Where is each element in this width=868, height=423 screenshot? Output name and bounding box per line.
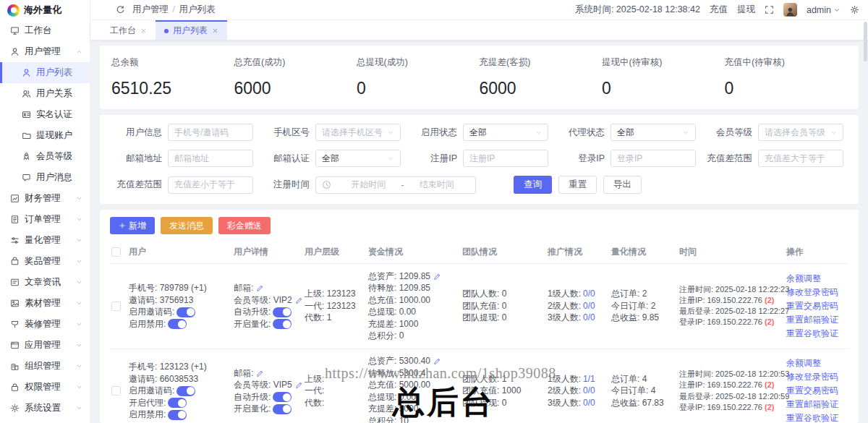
edit-icon[interactable]	[256, 284, 264, 292]
row-action-link[interactable]: 余额调整	[786, 272, 834, 286]
bonus-gift-button[interactable]: 彩金赠送	[218, 217, 271, 234]
row-action-link[interactable]: 重置谷歌验证	[786, 411, 834, 423]
row-action-link[interactable]: 重置交易密码	[786, 384, 834, 398]
funds-line: 待释放: 5300.4	[368, 368, 458, 379]
send-message-button[interactable]: 发送消息	[161, 217, 213, 234]
sidebar-group[interactable]: 系统设置	[0, 398, 90, 419]
toggle-switch[interactable]	[273, 319, 292, 329]
row-action-link[interactable]: 重置交易密码	[786, 299, 834, 313]
team-cell: 团队人数: 1团队充值: 1000团队提现: 0	[462, 372, 548, 409]
user-info-line: 邀请码: 3756913	[129, 295, 229, 306]
sidebar-group[interactable]: 文章资讯	[0, 272, 90, 293]
sidebar-group[interactable]: 财务管理	[0, 188, 90, 209]
toggle-switch[interactable]	[273, 404, 292, 414]
team-line: 团队人数: 1	[462, 374, 543, 385]
recharge-diff-max-input[interactable]: 充值差小于等于	[168, 176, 253, 194]
active-tab-dot	[164, 29, 169, 33]
promo-count-link[interactable]: 0/0	[583, 312, 595, 323]
edit-icon[interactable]	[256, 369, 264, 377]
promo-count-link[interactable]: 0/0	[583, 398, 595, 409]
avatar[interactable]	[783, 3, 797, 17]
email-verify-select[interactable]: 全部	[315, 150, 401, 167]
register-ip-input[interactable]: 注册IP	[463, 150, 548, 167]
toggle-switch[interactable]	[168, 410, 187, 420]
promo-count-link[interactable]: 0/0	[583, 385, 595, 396]
toggle-switch[interactable]	[273, 392, 292, 402]
user-info-input[interactable]: 手机号/邀请码	[168, 124, 253, 141]
row-action-link[interactable]: 重置邮箱验证	[786, 398, 834, 411]
table-row: 手机号: 789789 (+1)邀请码: 3756913 启用邀请码:启用禁用:…	[110, 264, 848, 349]
login-ip-input[interactable]: 登录IP	[610, 150, 696, 167]
phone-area-select[interactable]: 请选择手机区号	[315, 124, 401, 141]
fullscreen-icon[interactable]	[765, 5, 774, 14]
sidebar-item-label: 权限管理	[25, 381, 71, 393]
refresh-icon[interactable]	[116, 5, 125, 14]
sidebar-group[interactable]: 装修管理	[0, 314, 90, 335]
close-icon[interactable]	[212, 27, 218, 34]
sidebar-item-label: 提现账户	[36, 129, 82, 142]
sidebar-subitem[interactable]: 提现账户	[0, 125, 90, 146]
promo-count-link[interactable]: 0/0	[583, 289, 595, 299]
toggle-switch[interactable]	[168, 319, 187, 329]
sidebar-subitem[interactable]: 用户关系	[0, 83, 90, 104]
tab-workbench[interactable]: 工作台	[101, 20, 156, 40]
reset-button[interactable]: 重置	[558, 176, 597, 194]
recharge-diff-min-input[interactable]: 充值差大于等于	[758, 150, 843, 167]
search-button[interactable]: 查询	[514, 176, 552, 194]
agent-status-select[interactable]: 全部	[610, 124, 696, 141]
sidebar-subitem[interactable]: 用户消息	[0, 167, 90, 188]
edit-icon[interactable]	[295, 381, 303, 389]
breadcrumb-separator: /	[172, 4, 174, 14]
edit-icon[interactable]	[295, 296, 303, 304]
sidebar-group[interactable]: 订单管理	[0, 209, 90, 230]
quant-line: 今日订单: 2	[611, 301, 675, 312]
export-button[interactable]: 导出	[603, 176, 642, 194]
gear-icon[interactable]	[850, 5, 859, 14]
scrollbar[interactable]	[864, 22, 867, 61]
member-level-value: 会员等级: VIP2	[234, 295, 292, 306]
sidebar-group[interactable]: 量化管理	[0, 230, 90, 251]
recharge-link[interactable]: 充值	[710, 4, 728, 16]
sidebar-subitem[interactable]: 会员等级	[0, 146, 90, 167]
toggle-switch[interactable]	[168, 398, 187, 408]
withdraw-link[interactable]: 提现	[737, 4, 755, 16]
funds-line: 总积分: 0	[368, 330, 458, 341]
toggle-switch[interactable]	[176, 386, 195, 396]
sidebar-group[interactable]: 素材管理	[0, 293, 90, 314]
toggle-switch[interactable]	[273, 307, 292, 317]
edit-icon[interactable]	[433, 273, 441, 281]
register-time-range-picker[interactable]: 开始时间 - 结束时间	[315, 176, 476, 194]
row-action-link[interactable]: 修改登录密码	[786, 370, 834, 384]
add-user-button[interactable]: 新增	[110, 217, 155, 234]
team-line: 团队人数: 0	[462, 289, 543, 299]
row-action-link[interactable]: 重置谷歌验证	[786, 327, 834, 341]
row-action-link[interactable]: 余额调整	[786, 356, 834, 370]
sidebar-item-workbench[interactable]: 工作台	[0, 20, 90, 41]
sidebar-item-label: 素材管理	[25, 297, 71, 309]
sidebar-group-user-management[interactable]: 用户管理	[0, 41, 90, 62]
tab-user-list[interactable]: 用户列表	[156, 20, 227, 40]
row-checkbox[interactable]	[111, 386, 121, 396]
sidebar-group[interactable]: 组织管理	[0, 356, 90, 377]
promo-count-link[interactable]: 1/1	[583, 374, 595, 385]
filter-row-3: 充值差范围 充值差小于等于 注册时间 开始时间 - 结束时间 查询	[110, 176, 848, 194]
filter-email-verify: 邮箱认证 全部	[258, 150, 405, 167]
promo-count-link[interactable]: 0/0	[583, 301, 595, 312]
close-icon[interactable]	[140, 27, 147, 34]
sidebar-group[interactable]: 权限管理	[0, 377, 90, 398]
sidebar-subitem[interactable]: 用户列表	[0, 62, 90, 83]
member-level-select[interactable]: 请选择会员等级	[758, 124, 843, 141]
enable-status-select[interactable]: 全部	[463, 124, 548, 141]
menu-collapse-icon[interactable]	[99, 5, 109, 14]
row-checkbox[interactable]	[111, 302, 121, 311]
sidebar-group[interactable]: 应用管理	[0, 335, 90, 356]
edit-icon[interactable]	[433, 357, 441, 365]
sidebar-subitem[interactable]: 实名认证	[0, 104, 90, 125]
toggle-switch[interactable]	[176, 307, 195, 317]
row-action-link[interactable]: 重置邮箱验证	[786, 313, 834, 327]
sidebar-group[interactable]: 奖品管理	[0, 251, 90, 272]
row-action-link[interactable]: 修改登录密码	[786, 286, 834, 299]
select-all-checkbox[interactable]	[111, 247, 121, 257]
email-input[interactable]: 邮箱地址	[168, 150, 253, 167]
user-menu[interactable]: admin	[807, 5, 841, 15]
